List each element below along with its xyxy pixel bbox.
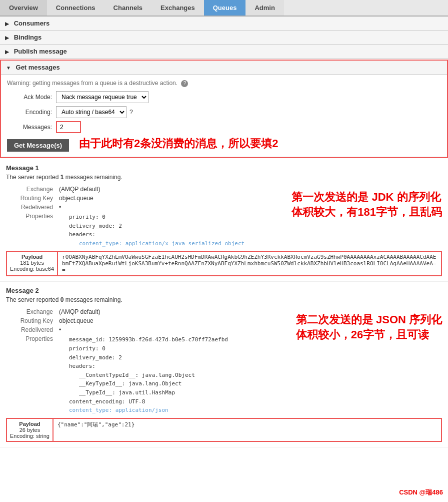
remaining-text-suffix: messages remaining. xyxy=(66,174,122,181)
tab-connections[interactable]: Connections xyxy=(47,0,104,16)
payload-encoding-2: Encoding: string xyxy=(10,433,50,439)
redelivered-value: • xyxy=(56,203,282,212)
tab-exchanges[interactable]: Exchanges xyxy=(152,0,204,16)
exchange-value-2: (AMQP default) xyxy=(56,307,286,316)
table-row: Exchange (AMQP default) xyxy=(6,185,282,194)
remaining-text-prefix-2: The server reported xyxy=(6,296,60,303)
routing-key-value-2: object.queue xyxy=(56,316,286,325)
consumers-label: Consumers xyxy=(14,20,50,27)
message-2-table: Exchange (AMQP default) Routing Key obje… xyxy=(6,307,286,415)
publish-message-label: Publish message xyxy=(14,48,67,55)
encoding-help-icon[interactable]: ? xyxy=(130,109,133,116)
message-1-section: Message 1 The server reported 1 messages… xyxy=(0,159,448,282)
routing-key-label-2: Routing Key xyxy=(6,316,56,325)
props-block: priority: 0 delivery_mode: 2 headers: co… xyxy=(59,213,278,248)
redelivered-value-2: • xyxy=(56,325,286,334)
warning-message: Warning: getting messages from a queue i… xyxy=(7,80,178,87)
props-block-2: message_id: 1259993b-f26d-427d-b0e5-c70f… xyxy=(59,335,283,414)
prop-content-encoding: content_encoding: UTF-8 xyxy=(69,397,283,406)
routing-key-label: Routing Key xyxy=(6,194,56,203)
ack-mode-label: Ack Mode: xyxy=(7,94,52,101)
tab-channels[interactable]: Channels xyxy=(104,0,152,16)
payload-2-label: Payload 26 bytes Encoding: string xyxy=(6,418,54,442)
exchange-label: Exchange xyxy=(6,185,56,194)
encoding-row: Encoding: Auto string / base64 ? xyxy=(7,106,441,118)
table-row: Properties priority: 0 delivery_mode: 2 … xyxy=(6,212,282,249)
remaining-text-suffix-2: messages remaining. xyxy=(66,296,122,303)
bindings-label: Bindings xyxy=(14,34,42,41)
messages-row: Messages: xyxy=(7,121,441,133)
redelivered-label: Redelivered xyxy=(6,203,56,212)
nav-tabs: Overview Connections Channels Exchanges … xyxy=(0,0,448,17)
exchange-value: (AMQP default) xyxy=(56,185,282,194)
annotation-3-line2: 体积较小，26字节，且可读 xyxy=(296,327,429,342)
get-messages-form: Warning: getting messages from a queue i… xyxy=(1,75,447,157)
messages-label: Messages: xyxy=(7,124,52,131)
payload-2-wrapper: Payload 26 bytes Encoding: string {"name… xyxy=(6,418,442,442)
tab-queues[interactable]: Queues xyxy=(204,0,246,16)
message-1-title: Message 1 xyxy=(6,164,442,172)
get-messages-button[interactable]: Get Message(s) xyxy=(7,139,69,152)
payload-1-label: Payload 181 bytes Encoding: base64 xyxy=(6,251,58,276)
consumers-arrow: ▶ xyxy=(5,21,9,27)
message-2-title: Message 2 xyxy=(6,287,442,294)
prop-delivery-mode-2: delivery_mode: 2 xyxy=(69,353,283,362)
tab-overview[interactable]: Overview xyxy=(0,0,47,16)
properties-value-2: message_id: 1259993b-f26d-427d-b0e5-c70f… xyxy=(56,334,286,415)
get-messages-label: Get messages xyxy=(16,64,60,71)
annotation-2-line2: 体积较大，有181字节，且乱码 xyxy=(292,205,442,220)
payload-encoding: Encoding: base64 xyxy=(10,266,54,272)
payload-1-content: rOOABXNyABFqYXZhLmVOaWwuSGFzaE1hcAUH2sHD… xyxy=(58,251,442,276)
payload-label-text-2: Payload xyxy=(19,421,40,427)
ack-mode-select[interactable]: Nack message requeue true xyxy=(56,91,148,103)
payload-bytes-2: 26 bytes xyxy=(20,427,40,433)
encoding-select[interactable]: Auto string / base64 xyxy=(56,106,126,118)
prop-header1: __ContentTypeId__: java.lang.Object xyxy=(79,371,283,380)
message-2-section: Message 2 The server reported 0 messages… xyxy=(0,282,448,447)
section-publish-message[interactable]: ▶ Publish message xyxy=(0,45,448,59)
remaining-count: 1 xyxy=(60,174,64,181)
remaining-text-prefix: The server reported xyxy=(6,174,60,181)
prop-headers: headers: xyxy=(69,230,278,239)
prop-headers-2: headers: xyxy=(69,362,283,371)
get-messages-arrow: ▼ xyxy=(6,65,11,71)
section-consumers[interactable]: ▶ Consumers xyxy=(0,17,448,31)
message-1-table: Exchange (AMQP default) Routing Key obje… xyxy=(6,185,282,249)
remaining-count-2: 0 xyxy=(60,296,64,303)
prop-delivery-mode: delivery_mode: 2 xyxy=(69,222,278,231)
prop-header3: __TypeId__: java.util.HashMap xyxy=(79,388,283,397)
publish-arrow: ▶ xyxy=(5,49,9,55)
message-2-remaining: The server reported 0 messages remaining… xyxy=(6,296,442,303)
annotation-2-line1: 第一次发送的是 JDK 的序列化 xyxy=(292,190,440,205)
ack-mode-row: Ack Mode: Nack message requeue true xyxy=(7,91,441,103)
table-row: Routing Key object.queue xyxy=(6,194,282,203)
bindings-arrow: ▶ xyxy=(5,35,9,41)
exchange-label-2: Exchange xyxy=(6,307,56,316)
table-row: Redelivered • xyxy=(6,325,286,334)
table-row: Properties message_id: 1259993b-f26d-427… xyxy=(6,334,286,415)
prop-content-type-2: content_type: application/json xyxy=(69,406,283,415)
properties-value: priority: 0 delivery_mode: 2 headers: co… xyxy=(56,212,282,249)
warning-help-icon[interactable]: ? xyxy=(181,80,188,87)
warning-text: Warning: getting messages from a queue i… xyxy=(7,80,441,87)
payload-2-content: {"name":"阿瑞","age":21} xyxy=(54,418,442,442)
annotation-1: 由于此时有2条没消费的消息，所以要填2 xyxy=(79,136,278,151)
payload-1-wrapper: Payload 181 bytes Encoding: base64 rOOAB… xyxy=(6,251,442,276)
prop-priority-2: priority: 0 xyxy=(69,344,283,353)
section-bindings[interactable]: ▶ Bindings xyxy=(0,31,448,45)
annotation-3-line1: 第二次发送的是 JSON 序列化 xyxy=(296,312,442,327)
table-row: Routing Key object.queue xyxy=(6,316,286,325)
routing-key-value: object.queue xyxy=(56,194,282,203)
message-1-remaining: The server reported 1 messages remaining… xyxy=(6,174,442,181)
payload-label-text: Payload xyxy=(22,254,42,260)
section-get-messages: ▼ Get messages Warning: getting messages… xyxy=(0,60,448,158)
properties-label: Properties xyxy=(6,212,56,249)
prop-message-id: message_id: 1259993b-f26d-427d-b0e5-c70f… xyxy=(69,335,283,344)
messages-input[interactable] xyxy=(56,121,81,133)
prop-content-type: content_type: application/x-java-seriali… xyxy=(79,239,278,248)
tab-admin[interactable]: Admin xyxy=(246,0,284,16)
prop-header2: __KeyTypeId__: java.lang.Object xyxy=(79,379,283,388)
get-messages-header[interactable]: ▼ Get messages xyxy=(1,61,447,75)
table-row: Redelivered • xyxy=(6,203,282,212)
redelivered-label-2: Redelivered xyxy=(6,325,56,334)
